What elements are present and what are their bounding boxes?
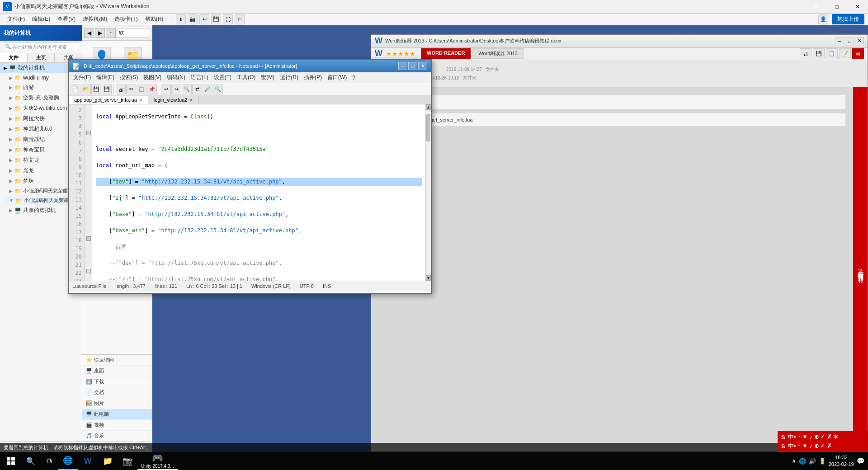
taskbar-taskview[interactable]: ⧉ (40, 452, 58, 470)
restore-btn[interactable]: ↩ (199, 14, 209, 24)
snap-btn[interactable]: 📷 (188, 14, 198, 24)
vmware-right-btns: 👤 拖拽上传 (818, 14, 864, 24)
np-tb-undo[interactable]: ↩ (161, 85, 171, 94)
tray-notification[interactable]: 💬 (857, 457, 864, 465)
np-menu-search[interactable]: 搜索(S) (117, 73, 141, 82)
collapse-btn-18[interactable]: − (86, 236, 91, 241)
tray-network[interactable]: 🌐 (799, 458, 806, 465)
menu-file[interactable]: 文件(F) (4, 14, 28, 24)
np-tab-1[interactable]: login_view.lua2 ✕ (148, 96, 199, 104)
taskbar-edge[interactable]: 🌐 (58, 452, 78, 470)
np-tb-paste[interactable]: 📌 (147, 85, 157, 94)
folder-docs[interactable]: 📄文档 (82, 387, 152, 398)
taskbar-word[interactable]: W (78, 452, 98, 470)
np-tb-redo[interactable]: ↪ (171, 85, 181, 94)
folder-download[interactable]: ⬇️下载 (82, 376, 152, 387)
np-tb-zoom-out[interactable]: 🔍 (213, 85, 223, 94)
np-scroll-track[interactable] (426, 110, 431, 275)
tray-clock[interactable]: 18:32 2023-02-19 (829, 454, 854, 468)
np-scroll-up[interactable]: ▲ (426, 104, 431, 110)
np-menu-macro[interactable]: 宏(M) (258, 73, 277, 82)
wr-close[interactable]: ✕ (855, 37, 864, 45)
np-tb-saveall[interactable]: 💾 (102, 85, 112, 94)
np-tb-cut[interactable]: ✂ (126, 85, 136, 94)
np-tb-replace[interactable]: ⇄ (192, 85, 202, 94)
folder-desktop[interactable]: 🖥️桌面 (82, 366, 152, 376)
tray-arrow[interactable]: ∧ (792, 457, 796, 465)
np-menu-window[interactable]: 窗口(W) (325, 73, 349, 82)
wr-btn-2[interactable]: 💾 (813, 48, 825, 59)
wr-btn-3[interactable]: 📋 (826, 48, 838, 59)
np-menu-encode[interactable]: 编码(N) (164, 73, 188, 82)
np-scroll-down[interactable]: ▼ (426, 275, 431, 281)
np-tb-copy[interactable]: 📋 (137, 85, 146, 94)
wr-minimize[interactable]: ─ (835, 37, 844, 45)
np-maximize[interactable]: □ (408, 62, 417, 70)
np-scroll-thumb[interactable] (426, 114, 430, 141)
tray-volume[interactable]: 🔊 (809, 458, 816, 465)
word-tab-reader[interactable]: WORD READER (421, 48, 471, 59)
tab-file[interactable]: 文件 (0, 53, 28, 62)
collapse-btn-22[interactable]: − (86, 269, 91, 273)
unity-btn[interactable]: □ (235, 14, 245, 24)
save-snap-btn[interactable]: 💾 (211, 14, 221, 24)
sidebar-search-input[interactable] (12, 44, 77, 50)
menu-edit[interactable]: 编辑(E) (28, 14, 54, 24)
word-tab-2013[interactable]: Word阅读器 2013 (472, 48, 524, 59)
code-content[interactable]: local AppLoopGetServerInfo = Class() loc… (92, 104, 425, 281)
tab-home[interactable]: 主页 (28, 53, 55, 62)
wr-btn-5[interactable]: W (852, 48, 864, 59)
np-tb-new[interactable]: 📄 (71, 85, 80, 94)
menu-tabs[interactable]: 选项卡(T) (111, 14, 141, 24)
taskbar-photos[interactable]: 📷 (118, 452, 137, 470)
menu-vm[interactable]: 虚拟机(M) (79, 14, 111, 24)
np-menu-view[interactable]: 视图(V) (141, 73, 164, 82)
close-button[interactable]: ✕ (847, 0, 868, 14)
start-button[interactable] (0, 452, 22, 470)
menu-help[interactable]: 帮助(H) (142, 14, 167, 24)
taskbar-explorer[interactable]: 📁 (98, 452, 118, 470)
minimize-button[interactable]: ─ (806, 0, 826, 14)
np-tab-0[interactable]: apploop_get_server_info.lua ✕ (69, 96, 148, 104)
np-tb-save[interactable]: 💾 (91, 85, 101, 94)
np-menu-file[interactable]: 文件(F) (71, 73, 94, 82)
pause-btn[interactable]: ⏸ (176, 14, 186, 24)
fullscreen-btn[interactable]: ⛶ (223, 14, 233, 24)
taskbar-app-unity[interactable]: 🎮 Unity 2017.4.3... (137, 452, 178, 470)
collapse-btn-5[interactable]: − (86, 131, 91, 135)
taskbar-search[interactable]: 🔍 (22, 452, 40, 470)
menu-view[interactable]: 查看(V) (54, 14, 79, 24)
np-menu-edit[interactable]: 编辑(E) (94, 73, 117, 82)
up-btn[interactable]: ↑ (106, 28, 116, 38)
folder-video[interactable]: 🎬视频 (82, 420, 152, 431)
wr-btn-4[interactable]: 📝 (839, 48, 851, 59)
np-menu-settings[interactable]: 设置(T) (211, 73, 234, 82)
np-close[interactable]: ✕ (418, 62, 427, 70)
np-menu-run[interactable]: 运行(R) (277, 73, 301, 82)
maximize-button[interactable]: □ (826, 0, 847, 14)
np-tab-0-close[interactable]: ✕ (139, 98, 142, 103)
back-btn[interactable]: ◀ (84, 28, 94, 38)
wr-maximize[interactable]: □ (845, 37, 854, 45)
np-menu-plugin[interactable]: 插件(P) (301, 73, 325, 82)
tree-label-my-computer: 我的计算机 (18, 64, 45, 72)
np-menu-tools[interactable]: 工具(O) (234, 73, 258, 82)
wr-btn-1[interactable]: 🖨 (800, 48, 811, 59)
forward-btn[interactable]: ▶ (95, 28, 105, 38)
np-tb-zoom-in[interactable]: 🔎 (203, 85, 212, 94)
folder-this-pc[interactable]: 🖥️此电脑 (82, 409, 152, 420)
folder-music[interactable]: 🎵音乐 (82, 431, 152, 441)
np-minimize[interactable]: ─ (398, 62, 407, 70)
tray-battery[interactable]: 🔋 (819, 458, 826, 465)
folder-pics[interactable]: 🖼️图片 (82, 398, 152, 409)
np-tab-1-close[interactable]: ✕ (189, 98, 193, 103)
upload-btn[interactable]: 拖拽上传 (832, 14, 864, 24)
np-tb-print[interactable]: 🖨 (116, 85, 126, 94)
profile-btn[interactable]: 👤 (818, 14, 828, 24)
folder-quick-access[interactable]: ⭐快速访问 (82, 355, 152, 366)
np-scrollbar[interactable]: ▲ ▼ (425, 104, 431, 281)
np-menu-lang[interactable]: 语言(L) (188, 73, 211, 82)
np-tb-find[interactable]: 🔍 (182, 85, 192, 94)
np-menu-help[interactable]: ? (349, 74, 358, 82)
np-tb-open[interactable]: 📂 (81, 85, 91, 94)
